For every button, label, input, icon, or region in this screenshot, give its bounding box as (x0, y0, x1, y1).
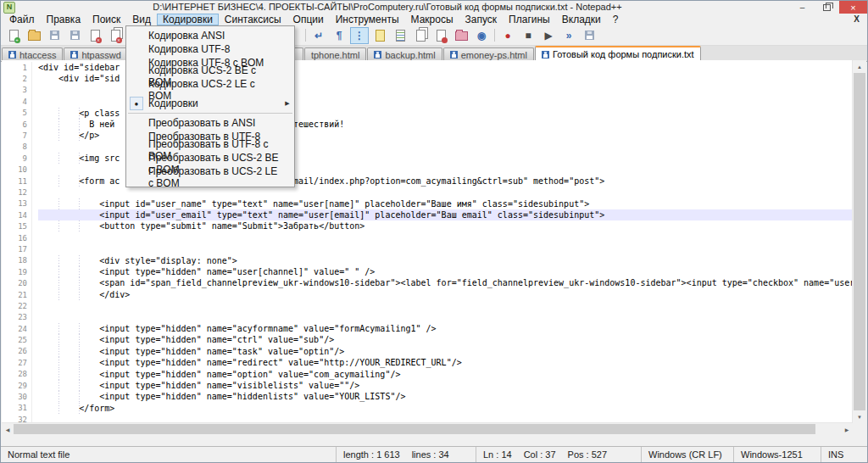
status-ln: Ln : 14 (483, 449, 512, 460)
code-line: 30 <input type="hidden" name="hiddenlist… (2, 391, 853, 402)
encoding-menu-item-преобразовать-в-ansi[interactable]: Преобразовать в ANSI (126, 116, 294, 130)
show-all-characters-icon[interactable]: ¶ (330, 27, 348, 44)
close-all-documents-icon[interactable]: x (106, 27, 125, 44)
horizontal-scroll-thumb[interactable] (14, 424, 815, 434)
code-text: </form> (38, 403, 853, 414)
tab-backup.html[interactable]: backup.html (367, 47, 442, 61)
line-number: 14 (2, 211, 31, 220)
monitoring-eye-icon[interactable]: ◉ (472, 27, 491, 44)
code-line: 25 <input type="hidden" name="ctrl" valu… (2, 334, 853, 345)
function-list-icon[interactable] (370, 27, 389, 44)
menu-item-?[interactable]: ? (607, 14, 625, 25)
status-encoding: Windows-1251 (734, 447, 821, 462)
record-macro-icon[interactable]: ● (498, 27, 517, 44)
stop-macro-icon[interactable]: ■ (519, 27, 537, 44)
menu-item-поиск[interactable]: Поиск (86, 14, 126, 25)
encoding-menu-item-кодировка-ansi[interactable]: Кодировка ANSI (126, 29, 294, 42)
scroll-up-arrow-icon[interactable]: ▲ (853, 60, 866, 73)
encoding-menu-item-кодировка-ucs-2-le-с-bom[interactable]: Кодировка UCS-2 LE с BOM (126, 83, 294, 97)
save-macro-icon[interactable] (580, 27, 598, 44)
menu-item-вид[interactable]: Вид (126, 14, 157, 25)
encoding-menu-item-кодировки[interactable]: ●Кодировки▶ (126, 97, 294, 110)
line-number: 21 (2, 291, 31, 299)
menu-item-кодировки[interactable]: Кодировки (157, 14, 219, 25)
fold-margin (31, 119, 38, 130)
restore-icon (823, 4, 831, 11)
vertical-scrollbar[interactable]: ▲ ▼ (852, 60, 866, 423)
fold-margin (31, 209, 38, 220)
fold-margin (31, 334, 38, 345)
menu-item-gutter (126, 116, 147, 130)
clone-document-icon[interactable] (411, 27, 430, 44)
line-number: 8 (2, 142, 31, 151)
code-line: 15 <button type="submit" name="Submit">З… (2, 220, 853, 232)
fold-margin (31, 312, 38, 323)
menu-item-gutter (126, 56, 147, 70)
word-wrap-icon[interactable]: ↵ (309, 27, 328, 44)
menu-item-инструменты[interactable]: Инструменты (330, 14, 405, 25)
open-folder-icon[interactable] (25, 27, 43, 44)
code-line: 27 <input type="hidden" name="redirect" … (2, 357, 853, 368)
tab-label: backup.html (385, 50, 435, 60)
fold-margin (31, 323, 38, 334)
menu-item-опции[interactable]: Опции (287, 14, 330, 25)
scrollbar-corner (853, 423, 866, 435)
menu-item-правка[interactable]: Правка (41, 14, 87, 25)
menu-item-макросы[interactable]: Макросы (405, 14, 459, 25)
menu-item-синтаксисы[interactable]: Синтаксисы (219, 14, 287, 25)
code-line: 19 <input type="hidden" name="user[chann… (2, 266, 853, 277)
indent-guide-icon[interactable]: ⋮ (350, 27, 369, 44)
play-macro-icon[interactable]: ▶ (539, 27, 558, 44)
menu-item-файл[interactable]: Файл (3, 14, 41, 25)
save-all-icon[interactable] (65, 27, 84, 44)
toolbar-separator (305, 29, 306, 42)
encoding-menu-item-преобразовать-в-ucs-2-le-с-bom[interactable]: Преобразовать в UCS-2 LE с BOM (126, 170, 294, 184)
save-icon[interactable] (45, 27, 64, 44)
fold-margin (31, 357, 38, 368)
fold-margin (31, 108, 38, 119)
status-bar: Normal text file length : 1 613 lines : … (1, 446, 867, 462)
fold-margin (31, 165, 38, 176)
line-number: 30 (2, 393, 31, 401)
code-text (38, 312, 853, 323)
scroll-left-arrow-icon[interactable]: ◀ (2, 423, 14, 435)
code-text: <input type="hidden" name="task" value="… (38, 346, 853, 357)
close-document-icon[interactable]: x (86, 27, 104, 44)
tab-htpasswd[interactable]: htpasswd (64, 47, 127, 61)
status-pos: Pos : 527 (568, 449, 607, 460)
tab-htaccess[interactable]: htaccess (2, 47, 63, 61)
menu-item-запуск[interactable]: Запуск (459, 14, 504, 25)
fold-margin (31, 243, 38, 254)
window-controls: – × (790, 1, 867, 14)
vertical-scroll-thumb[interactable] (854, 73, 865, 410)
scroll-down-arrow-icon[interactable]: ▼ (853, 410, 866, 423)
run-macro-multiple-icon[interactable]: » (559, 27, 578, 44)
line-number: 9 (2, 154, 31, 163)
menu-item-gutter (126, 29, 147, 42)
code-text: <input type="hidden" name="option" value… (38, 369, 853, 380)
encoding-menu-item-кодировка-utf-8[interactable]: Кодировка UTF-8 (126, 42, 294, 56)
menu-bar: ФайлПравкаПоискВидКодировкиСинтаксисыОпц… (1, 14, 867, 25)
horizontal-scrollbar[interactable]: ◀ ▶ (2, 422, 853, 435)
menu-item-gutter (126, 170, 147, 184)
restore-button[interactable] (815, 1, 839, 14)
red-badge-page-icon[interactable] (431, 27, 450, 44)
tab-emoney-ps.html[interactable]: emoney-ps.html (443, 47, 534, 61)
close-document-x-button[interactable]: X (850, 14, 863, 25)
submenu-arrow-icon: ▶ (281, 100, 294, 107)
menu-item-плагины[interactable]: Плагины (503, 14, 556, 25)
document-map-icon[interactable] (391, 27, 409, 44)
code-text: <input type="hidden" name="ctrl" value="… (38, 334, 853, 345)
close-button[interactable]: × (839, 1, 867, 14)
minimize-button[interactable]: – (790, 1, 815, 14)
line-number: 29 (2, 382, 31, 390)
code-line: 12 (2, 187, 853, 198)
scroll-right-arrow-icon[interactable]: ▶ (841, 423, 853, 435)
fold-margin (31, 289, 38, 300)
tab-tphone.html[interactable]: tphone.html (304, 47, 366, 61)
menu-item-вкладки[interactable]: Вкладки (556, 14, 607, 25)
new-file-icon[interactable]: + (4, 27, 23, 44)
pink-folder-icon[interactable] (452, 27, 470, 44)
line-number: 4 (2, 98, 31, 106)
line-number: 5 (2, 109, 31, 117)
